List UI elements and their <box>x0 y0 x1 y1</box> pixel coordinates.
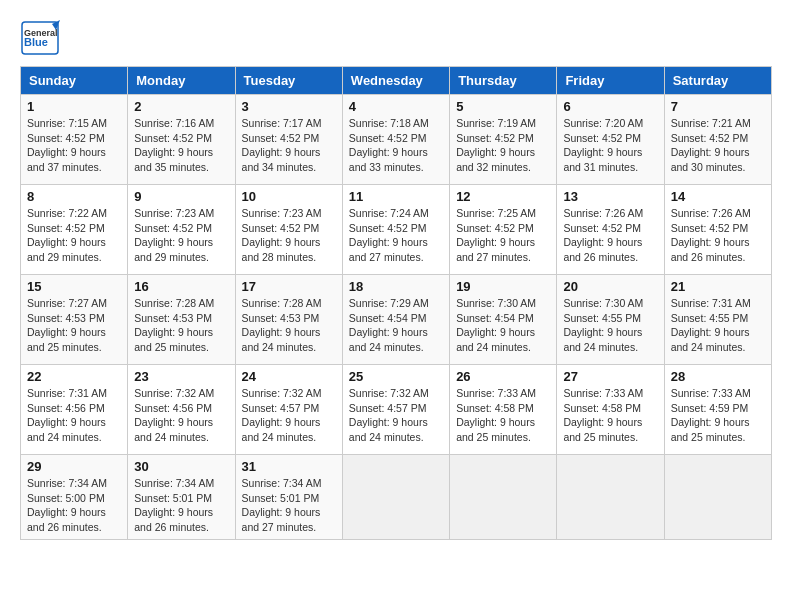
day-info: Sunrise: 7:30 AMSunset: 4:55 PMDaylight:… <box>563 296 657 355</box>
day-number: 20 <box>563 279 657 294</box>
calendar-cell: 9Sunrise: 7:23 AMSunset: 4:52 PMDaylight… <box>128 185 235 275</box>
day-number: 31 <box>242 459 336 474</box>
day-number: 1 <box>27 99 121 114</box>
day-info: Sunrise: 7:31 AMSunset: 4:56 PMDaylight:… <box>27 386 121 445</box>
calendar-cell: 18Sunrise: 7:29 AMSunset: 4:54 PMDayligh… <box>342 275 449 365</box>
day-number: 16 <box>134 279 228 294</box>
day-number: 26 <box>456 369 550 384</box>
day-info: Sunrise: 7:19 AMSunset: 4:52 PMDaylight:… <box>456 116 550 175</box>
calendar-cell: 11Sunrise: 7:24 AMSunset: 4:52 PMDayligh… <box>342 185 449 275</box>
day-info: Sunrise: 7:29 AMSunset: 4:54 PMDaylight:… <box>349 296 443 355</box>
day-number: 21 <box>671 279 765 294</box>
col-header-tuesday: Tuesday <box>235 67 342 95</box>
col-header-thursday: Thursday <box>450 67 557 95</box>
day-number: 28 <box>671 369 765 384</box>
day-info: Sunrise: 7:32 AMSunset: 4:57 PMDaylight:… <box>242 386 336 445</box>
calendar-cell: 4Sunrise: 7:18 AMSunset: 4:52 PMDaylight… <box>342 95 449 185</box>
day-info: Sunrise: 7:28 AMSunset: 4:53 PMDaylight:… <box>242 296 336 355</box>
calendar-cell: 22Sunrise: 7:31 AMSunset: 4:56 PMDayligh… <box>21 365 128 455</box>
calendar-cell: 14Sunrise: 7:26 AMSunset: 4:52 PMDayligh… <box>664 185 771 275</box>
day-number: 19 <box>456 279 550 294</box>
day-info: Sunrise: 7:33 AMSunset: 4:59 PMDaylight:… <box>671 386 765 445</box>
day-info: Sunrise: 7:32 AMSunset: 4:56 PMDaylight:… <box>134 386 228 445</box>
day-number: 9 <box>134 189 228 204</box>
calendar-cell <box>342 455 449 540</box>
calendar-week-row: 15Sunrise: 7:27 AMSunset: 4:53 PMDayligh… <box>21 275 772 365</box>
calendar-week-row: 1Sunrise: 7:15 AMSunset: 4:52 PMDaylight… <box>21 95 772 185</box>
day-number: 12 <box>456 189 550 204</box>
day-info: Sunrise: 7:15 AMSunset: 4:52 PMDaylight:… <box>27 116 121 175</box>
col-header-sunday: Sunday <box>21 67 128 95</box>
day-info: Sunrise: 7:31 AMSunset: 4:55 PMDaylight:… <box>671 296 765 355</box>
day-number: 24 <box>242 369 336 384</box>
day-info: Sunrise: 7:34 AMSunset: 5:00 PMDaylight:… <box>27 476 121 535</box>
day-number: 8 <box>27 189 121 204</box>
calendar-week-row: 8Sunrise: 7:22 AMSunset: 4:52 PMDaylight… <box>21 185 772 275</box>
calendar-cell: 6Sunrise: 7:20 AMSunset: 4:52 PMDaylight… <box>557 95 664 185</box>
logo: General Blue <box>20 20 60 56</box>
day-number: 5 <box>456 99 550 114</box>
calendar-cell: 20Sunrise: 7:30 AMSunset: 4:55 PMDayligh… <box>557 275 664 365</box>
day-info: Sunrise: 7:21 AMSunset: 4:52 PMDaylight:… <box>671 116 765 175</box>
calendar-cell: 19Sunrise: 7:30 AMSunset: 4:54 PMDayligh… <box>450 275 557 365</box>
day-info: Sunrise: 7:33 AMSunset: 4:58 PMDaylight:… <box>456 386 550 445</box>
calendar-cell: 8Sunrise: 7:22 AMSunset: 4:52 PMDaylight… <box>21 185 128 275</box>
day-info: Sunrise: 7:23 AMSunset: 4:52 PMDaylight:… <box>242 206 336 265</box>
day-info: Sunrise: 7:28 AMSunset: 4:53 PMDaylight:… <box>134 296 228 355</box>
day-number: 29 <box>27 459 121 474</box>
calendar-cell: 31Sunrise: 7:34 AMSunset: 5:01 PMDayligh… <box>235 455 342 540</box>
calendar-cell: 21Sunrise: 7:31 AMSunset: 4:55 PMDayligh… <box>664 275 771 365</box>
day-info: Sunrise: 7:25 AMSunset: 4:52 PMDaylight:… <box>456 206 550 265</box>
day-number: 6 <box>563 99 657 114</box>
calendar-week-row: 22Sunrise: 7:31 AMSunset: 4:56 PMDayligh… <box>21 365 772 455</box>
day-number: 23 <box>134 369 228 384</box>
day-info: Sunrise: 7:34 AMSunset: 5:01 PMDaylight:… <box>134 476 228 535</box>
calendar-cell: 29Sunrise: 7:34 AMSunset: 5:00 PMDayligh… <box>21 455 128 540</box>
calendar-table: SundayMondayTuesdayWednesdayThursdayFrid… <box>20 66 772 540</box>
calendar-cell: 3Sunrise: 7:17 AMSunset: 4:52 PMDaylight… <box>235 95 342 185</box>
calendar-cell <box>557 455 664 540</box>
day-number: 10 <box>242 189 336 204</box>
calendar-cell: 2Sunrise: 7:16 AMSunset: 4:52 PMDaylight… <box>128 95 235 185</box>
day-number: 13 <box>563 189 657 204</box>
day-info: Sunrise: 7:20 AMSunset: 4:52 PMDaylight:… <box>563 116 657 175</box>
day-info: Sunrise: 7:26 AMSunset: 4:52 PMDaylight:… <box>671 206 765 265</box>
calendar-cell: 28Sunrise: 7:33 AMSunset: 4:59 PMDayligh… <box>664 365 771 455</box>
day-info: Sunrise: 7:16 AMSunset: 4:52 PMDaylight:… <box>134 116 228 175</box>
day-number: 17 <box>242 279 336 294</box>
col-header-saturday: Saturday <box>664 67 771 95</box>
day-number: 22 <box>27 369 121 384</box>
day-number: 27 <box>563 369 657 384</box>
calendar-cell: 12Sunrise: 7:25 AMSunset: 4:52 PMDayligh… <box>450 185 557 275</box>
day-info: Sunrise: 7:33 AMSunset: 4:58 PMDaylight:… <box>563 386 657 445</box>
day-info: Sunrise: 7:18 AMSunset: 4:52 PMDaylight:… <box>349 116 443 175</box>
logo-icon: General Blue <box>20 20 60 56</box>
day-info: Sunrise: 7:30 AMSunset: 4:54 PMDaylight:… <box>456 296 550 355</box>
day-number: 14 <box>671 189 765 204</box>
calendar-cell: 30Sunrise: 7:34 AMSunset: 5:01 PMDayligh… <box>128 455 235 540</box>
calendar-cell: 26Sunrise: 7:33 AMSunset: 4:58 PMDayligh… <box>450 365 557 455</box>
day-info: Sunrise: 7:26 AMSunset: 4:52 PMDaylight:… <box>563 206 657 265</box>
col-header-wednesday: Wednesday <box>342 67 449 95</box>
calendar-cell: 10Sunrise: 7:23 AMSunset: 4:52 PMDayligh… <box>235 185 342 275</box>
calendar-week-row: 29Sunrise: 7:34 AMSunset: 5:00 PMDayligh… <box>21 455 772 540</box>
day-number: 2 <box>134 99 228 114</box>
day-info: Sunrise: 7:17 AMSunset: 4:52 PMDaylight:… <box>242 116 336 175</box>
day-number: 3 <box>242 99 336 114</box>
calendar-cell <box>664 455 771 540</box>
day-number: 7 <box>671 99 765 114</box>
day-number: 18 <box>349 279 443 294</box>
calendar-cell: 24Sunrise: 7:32 AMSunset: 4:57 PMDayligh… <box>235 365 342 455</box>
calendar-cell: 16Sunrise: 7:28 AMSunset: 4:53 PMDayligh… <box>128 275 235 365</box>
day-info: Sunrise: 7:22 AMSunset: 4:52 PMDaylight:… <box>27 206 121 265</box>
col-header-monday: Monday <box>128 67 235 95</box>
calendar-cell: 7Sunrise: 7:21 AMSunset: 4:52 PMDaylight… <box>664 95 771 185</box>
day-info: Sunrise: 7:23 AMSunset: 4:52 PMDaylight:… <box>134 206 228 265</box>
day-number: 4 <box>349 99 443 114</box>
col-header-friday: Friday <box>557 67 664 95</box>
day-number: 30 <box>134 459 228 474</box>
calendar-cell: 13Sunrise: 7:26 AMSunset: 4:52 PMDayligh… <box>557 185 664 275</box>
day-number: 15 <box>27 279 121 294</box>
calendar-cell: 15Sunrise: 7:27 AMSunset: 4:53 PMDayligh… <box>21 275 128 365</box>
calendar-cell: 17Sunrise: 7:28 AMSunset: 4:53 PMDayligh… <box>235 275 342 365</box>
